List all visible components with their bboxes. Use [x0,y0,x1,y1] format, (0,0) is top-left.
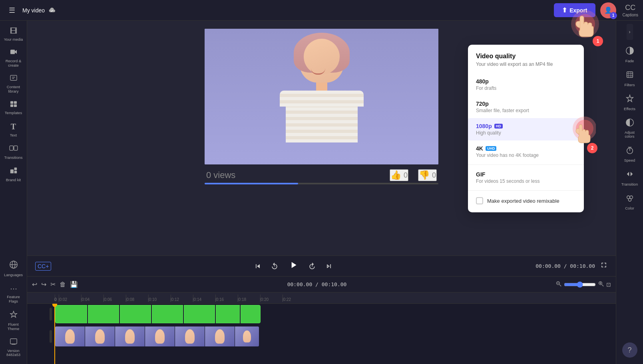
right-sidebar-label-filters: Filters [625,83,635,87]
quality-divider [468,164,584,165]
filters-icon [625,70,634,81]
rewind-5-button[interactable]: 5 [268,261,281,272]
sidebar-item-version[interactable]: Version8482a53 [2,335,26,360]
dislike-button[interactable]: 👎 0 [418,169,437,181]
quality-option-1080p[interactable]: 1080p HD High quality [468,118,584,140]
video-progress-bar[interactable] [205,183,438,184]
record-icon [10,49,18,57]
cursor-hand-1: 1 [567,21,603,46]
right-sidebar-item-fade[interactable]: Fade [618,43,642,66]
undo-button[interactable]: ↩ [32,281,37,288]
captions-button[interactable]: CC Captions [623,4,638,17]
fullscreen-button[interactable] [600,261,608,271]
video-stats: 0 views 👍 0 👎 0 [205,169,438,181]
cloud-sync-icon[interactable] [48,6,56,14]
like-button[interactable]: 👍 0 [390,169,408,181]
sidebar-label-templates: Templates [5,111,22,115]
zoom-out-button[interactable] [556,281,561,288]
clip-segment-3[interactable] [120,305,151,323]
purple-clip-track [27,326,616,347]
uhd-badge: UHD [486,146,497,151]
clip-segment-6[interactable] [216,305,240,323]
speed-icon [625,146,634,156]
main-area: 🎞 Your media Record &create Contentlibra… [0,21,643,364]
save-button[interactable]: 💾 [70,281,78,288]
sidebar-collapse-button[interactable]: › [627,24,633,40]
captions-toggle-button[interactable]: CC+ [35,262,51,271]
svg-rect-15 [10,339,16,344]
green-clip[interactable] [55,305,261,323]
zoom-in-button[interactable] [598,281,604,288]
timeline-ruler: 0 |0:02 |0:04 |0:06 |0:08 |0:10 |0:12 |0… [27,293,616,304]
help-button[interactable]: ? [622,342,637,358]
right-sidebar-item-color[interactable]: Color [618,190,642,214]
quality-option-480p[interactable]: 480p For drafts [468,73,584,96]
video-container [205,29,438,164]
clip-segment-1[interactable] [55,305,87,323]
redo-button[interactable]: ↪ [41,281,46,288]
svg-line-27 [602,285,604,287]
skip-forward-button[interactable] [322,261,335,272]
forward-5-button[interactable]: 5 [306,261,319,272]
timeline-time-display: 00:00.00 / 00:10.00 [82,281,552,287]
topbar: ☰ My video ⬆ Export 👤 1 CC Captions [0,0,643,21]
svg-rect-8 [14,146,17,150]
ruler-tick-0: 0 [54,297,58,302]
right-sidebar-item-effects[interactable]: Effects [618,91,642,114]
svg-rect-31 [627,72,633,78]
menu-icon: ☰ [9,6,15,15]
svg-marker-14 [10,311,17,317]
fluent-theme-icon [10,311,18,320]
cut-button[interactable]: ✂ [50,281,56,288]
svg-rect-9 [10,170,13,174]
right-sidebar-label-speed: Speed [624,158,635,162]
ruler-tick-20: |0:20 [260,297,282,302]
right-sidebar-item-transition[interactable]: Transition [618,166,642,190]
sidebar-item-text[interactable]: T Text [2,119,26,140]
svg-rect-0 [10,49,15,54]
upload-icon: ⬆ [562,6,567,14]
ruler-tick-12: |0:12 [170,297,193,302]
quality-option-720p[interactable]: 720p Smaller file, faster export [468,96,584,118]
clip-segment-7[interactable] [241,305,261,323]
sidebar-item-fluent-theme[interactable]: FluentTheme [2,307,26,334]
svg-line-24 [559,285,561,287]
track-resize-handle-2[interactable] [50,330,52,343]
clip-segment-5[interactable] [184,305,215,323]
sidebar-item-feature-flags[interactable]: ⋯ FeatureFlags [2,281,26,307]
sidebar-item-brand-kit[interactable]: Brand kit [2,164,26,185]
track-resize-handle[interactable] [50,308,52,320]
clip-segment-4[interactable] [152,305,183,323]
project-title: My video [22,7,45,14]
thumbnail-clip[interactable] [55,326,259,346]
quality-option-4k[interactable]: 4K UHD Your video has no 4K footage [468,140,584,163]
sidebar-item-content-library[interactable]: Contentlibrary [2,71,26,97]
ruler-tick-4: |0:04 [81,297,103,302]
right-sidebar-item-adjust-colors[interactable]: Adjustcolors [618,115,642,142]
remixable-checkbox[interactable] [476,197,483,204]
hamburger-menu[interactable]: ☰ [5,3,19,18]
delete-button[interactable]: 🗑 [60,281,66,288]
content-library-icon [10,75,18,83]
skip-back-button[interactable] [251,261,264,272]
version-icon [10,338,18,347]
ruler-tick-14: |0:14 [193,297,215,302]
track-label-area [27,308,54,320]
right-sidebar-item-speed[interactable]: Speed [618,142,642,166]
sidebar-item-your-media[interactable]: 🎞 Your media [2,24,26,45]
export-button[interactable]: ⬆ Export [554,3,595,17]
fit-view-button[interactable]: ⊡ [606,281,611,288]
sidebar-item-languages[interactable]: Languages [2,257,26,280]
sidebar-item-templates[interactable]: Templates [2,97,26,118]
svg-text:5: 5 [274,265,275,267]
right-sidebar-item-filters[interactable]: Filters [618,67,642,90]
play-pause-button[interactable] [285,258,302,274]
sidebar-item-record-create[interactable]: Record &create [2,46,26,71]
avatar[interactable]: 👤 1 [600,2,616,18]
clip-segment-2[interactable] [88,305,119,323]
sidebar-item-transitions[interactable]: Transitions [2,141,26,163]
ruler-tick-22: |0:22 [282,297,305,302]
sidebar-label-text: Text [10,133,17,137]
quality-option-gif[interactable]: GIF For videos 15 seconds or less [468,166,584,189]
zoom-slider[interactable] [564,281,596,288]
